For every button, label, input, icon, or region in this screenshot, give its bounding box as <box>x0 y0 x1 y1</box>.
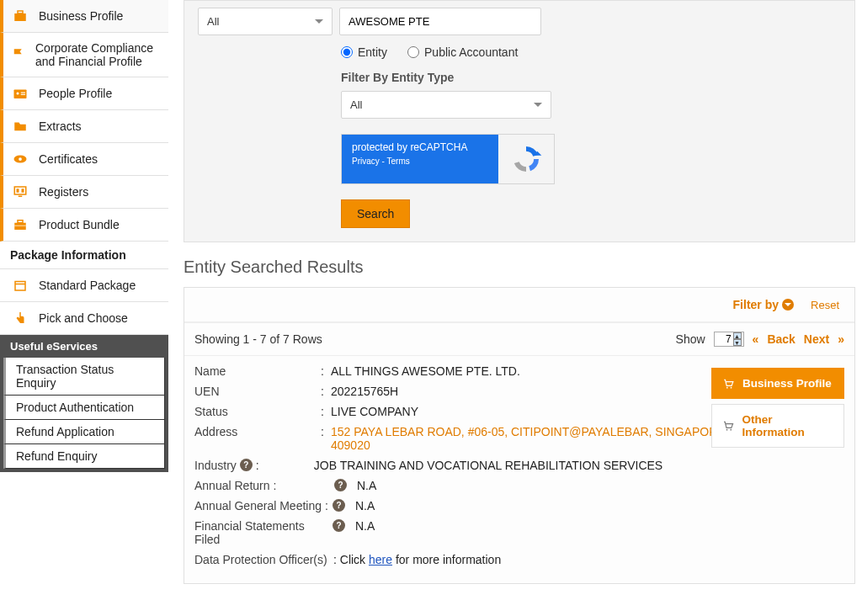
sidebar-item-product-bundle[interactable]: Product Bundle <box>0 209 168 242</box>
field-status-label: Status <box>194 405 321 418</box>
field-uen-label: UEN <box>194 385 321 398</box>
hand-point-icon <box>10 311 30 326</box>
spinner-down-icon[interactable]: ▼ <box>733 339 742 346</box>
back-link[interactable]: Back <box>767 332 795 346</box>
sidebar-item-label: Certificates <box>39 152 98 166</box>
field-agm-label: Annual General Meeting : <box>194 499 329 512</box>
eservice-refund-application[interactable]: Refund Application <box>3 420 165 444</box>
chevron-down-icon <box>534 103 542 107</box>
field-dpo-value: : Click here for more information <box>333 553 844 566</box>
eye-icon <box>10 151 30 167</box>
svg-rect-10 <box>17 189 19 193</box>
package-info-header: Package Information <box>0 242 168 269</box>
svg-point-20 <box>730 429 732 431</box>
eservice-transaction-status[interactable]: Transaction Status Enquiry <box>3 358 165 396</box>
sidebar-item-label: Pick and Choose <box>39 311 128 325</box>
svg-rect-8 <box>14 187 26 194</box>
field-address-label: Address <box>194 425 321 438</box>
chevron-down-icon <box>315 19 323 24</box>
sidebar-item-label: People Profile <box>39 87 112 100</box>
search-panel: All Entity Public Accountant Filter By E… <box>184 0 855 242</box>
svg-point-3 <box>17 93 19 95</box>
help-icon[interactable]: ? <box>240 459 253 471</box>
other-information-button[interactable]: Other Information <box>711 404 844 448</box>
showing-text: Showing 1 - 7 of 7 Rows <box>194 332 322 346</box>
sidebar-item-label: Registers <box>39 185 88 199</box>
prev-arrow-icon[interactable]: « <box>753 332 759 346</box>
help-icon[interactable]: ? <box>333 499 345 512</box>
dpo-here-link[interactable]: here <box>369 553 392 566</box>
svg-point-7 <box>19 157 22 161</box>
radio-public-accountant[interactable]: Public Accountant <box>407 45 518 59</box>
flag-icon <box>10 47 27 62</box>
radio-entity-input[interactable] <box>341 46 353 58</box>
svg-rect-4 <box>21 93 25 93</box>
search-type-select[interactable]: All <box>198 8 333 35</box>
sidebar-item-label: Corporate Compliance and Financial Profi… <box>35 41 158 68</box>
svg-point-17 <box>726 386 728 388</box>
sidebar-item-people-profile[interactable]: People Profile <box>0 77 168 110</box>
cart-icon <box>721 420 735 432</box>
recaptcha-text: protected by reCAPTCHA <box>352 141 488 153</box>
next-arrow-icon[interactable]: » <box>838 332 844 346</box>
sidebar-item-extracts[interactable]: Extracts <box>0 110 168 143</box>
page-size-spinner[interactable]: ▲ ▼ <box>714 332 744 347</box>
filter-entity-type-select[interactable]: All <box>341 91 551 119</box>
help-icon[interactable]: ? <box>334 479 347 491</box>
filter-by-button[interactable]: Filter by <box>733 298 794 311</box>
svg-rect-15 <box>15 282 25 291</box>
field-ar-value: N.A <box>357 479 844 492</box>
briefcase-icon <box>10 8 30 24</box>
results-title: Entity Searched Results <box>184 258 862 277</box>
sidebar-item-business-profile[interactable]: Business Profile <box>0 0 168 33</box>
field-ar-label: Annual Return : <box>194 479 321 492</box>
sidebar-item-standard-package[interactable]: Standard Package <box>0 269 168 302</box>
reset-link[interactable]: Reset <box>811 299 839 311</box>
recaptcha-privacy-link[interactable]: Privacy <box>352 157 380 166</box>
svg-rect-11 <box>22 189 24 193</box>
eservice-product-auth[interactable]: Product Authentication <box>3 396 165 420</box>
sidebar-item-corp-compliance[interactable]: Corporate Compliance and Financial Profi… <box>0 33 168 77</box>
svg-point-18 <box>731 386 732 388</box>
sidebar-item-certificates[interactable]: Certificates <box>0 143 168 176</box>
svg-rect-9 <box>19 196 23 198</box>
radio-entity[interactable]: Entity <box>341 45 387 59</box>
box-icon <box>10 278 30 293</box>
page-size-input[interactable] <box>715 332 733 346</box>
field-dpo-label: Data Protection Officer(s) <box>194 553 333 566</box>
field-agm-value: N.A <box>355 499 844 512</box>
filter-entity-type-value: All <box>350 98 362 111</box>
filter-entity-type-label: Filter By Entity Type <box>341 71 841 84</box>
spinner-up-icon[interactable]: ▲ <box>733 332 742 339</box>
sidebar-item-label: Product Bundle <box>39 218 120 231</box>
sidebar-item-registers[interactable]: Registers <box>0 176 168 209</box>
radio-public-input[interactable] <box>407 46 419 58</box>
search-input[interactable] <box>339 8 541 35</box>
sidebar-item-pick-choose[interactable]: Pick and Choose <box>0 302 168 335</box>
show-label: Show <box>676 332 705 346</box>
svg-rect-1 <box>18 11 23 13</box>
field-address-value: 152 PAYA LEBAR ROAD, #06-05, CITIPOINT@P… <box>331 425 735 452</box>
search-type-value: All <box>207 15 219 28</box>
cart-icon <box>721 378 736 390</box>
results-panel: Filter by Reset Showing 1 - 7 of 7 Rows … <box>184 287 855 584</box>
next-link[interactable]: Next <box>804 332 829 346</box>
svg-rect-0 <box>14 13 26 21</box>
svg-rect-13 <box>18 220 23 223</box>
business-profile-button[interactable]: Business Profile <box>711 368 844 399</box>
sidebar-item-label: Standard Package <box>39 279 136 292</box>
field-fsf-label: Financial Statements Filed <box>194 519 329 546</box>
recaptcha-widget: protected by reCAPTCHA Privacy - Terms <box>341 134 555 184</box>
main-content: All Entity Public Accountant Filter By E… <box>168 0 862 584</box>
sidebar: Business Profile Corporate Compliance an… <box>0 0 168 584</box>
svg-rect-12 <box>14 223 26 230</box>
sidebar-item-label: Extracts <box>39 119 82 133</box>
recaptcha-terms-link[interactable]: Terms <box>387 157 410 166</box>
eservice-refund-enquiry[interactable]: Refund Enquiry <box>3 444 165 469</box>
search-button[interactable]: Search <box>341 199 410 228</box>
folder-icon <box>10 119 30 134</box>
screen-icon <box>10 184 30 199</box>
help-icon[interactable]: ? <box>333 519 345 532</box>
svg-rect-14 <box>14 226 26 226</box>
svg-point-19 <box>726 429 728 431</box>
